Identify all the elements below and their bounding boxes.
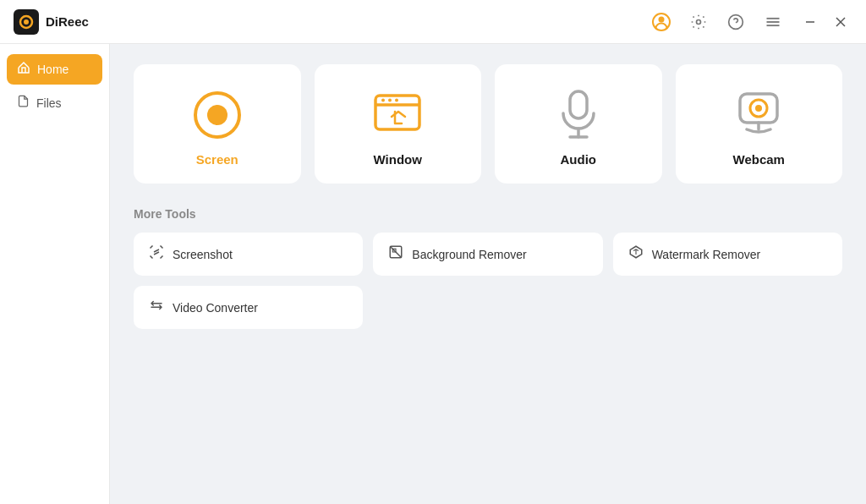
watermark-remover-icon bbox=[628, 244, 644, 264]
audio-card-label: Audio bbox=[561, 152, 597, 167]
screen-card-label: Screen bbox=[196, 152, 238, 167]
video-converter-tool-label: Video Converter bbox=[173, 301, 258, 315]
window-card-icon bbox=[370, 88, 425, 142]
main-layout: Home Files Screen bbox=[0, 44, 866, 504]
svg-line-27 bbox=[154, 252, 159, 255]
home-icon bbox=[17, 61, 30, 78]
sidebar-item-home[interactable]: Home bbox=[7, 54, 102, 85]
svg-point-17 bbox=[388, 99, 392, 102]
svg-rect-19 bbox=[570, 91, 587, 118]
app-branding: DiReec bbox=[14, 9, 89, 35]
menu-icon[interactable] bbox=[761, 10, 785, 34]
video-converter-icon bbox=[149, 298, 164, 317]
svg-line-26 bbox=[154, 249, 159, 252]
titlebar-controls bbox=[650, 10, 852, 34]
window-controls bbox=[798, 10, 852, 34]
background-remover-icon bbox=[388, 244, 403, 264]
more-tools-title: More Tools bbox=[134, 207, 842, 221]
svg-point-3 bbox=[659, 16, 665, 22]
svg-point-1 bbox=[24, 19, 29, 25]
svg-point-13 bbox=[207, 105, 227, 125]
screenshot-tool-label: Screenshot bbox=[173, 248, 233, 261]
webcam-card[interactable]: Webcam bbox=[676, 64, 843, 184]
app-title: DiReec bbox=[46, 14, 89, 29]
content-area: Screen Window bbox=[110, 44, 866, 504]
close-button[interactable] bbox=[829, 10, 852, 34]
window-card[interactable]: Window bbox=[315, 64, 482, 184]
sidebar-item-files-label: Files bbox=[36, 96, 62, 110]
background-remover-tool-label: Background Remover bbox=[412, 248, 526, 261]
screenshot-tool[interactable]: Screenshot bbox=[134, 233, 363, 276]
svg-point-16 bbox=[381, 99, 385, 102]
watermark-remover-tool[interactable]: Watermark Remover bbox=[613, 233, 842, 276]
title-bar: DiReec bbox=[0, 0, 866, 44]
watermark-remover-tool-label: Watermark Remover bbox=[652, 248, 761, 261]
svg-point-4 bbox=[697, 19, 701, 24]
profile-icon[interactable] bbox=[650, 10, 673, 34]
screen-card[interactable]: Screen bbox=[134, 64, 301, 184]
files-icon bbox=[17, 95, 30, 111]
sidebar: Home Files bbox=[0, 44, 110, 504]
tools-grid: Screenshot Background Remover bbox=[134, 233, 842, 329]
svg-point-24 bbox=[755, 105, 762, 112]
svg-point-18 bbox=[395, 99, 398, 102]
video-converter-tool[interactable]: Video Converter bbox=[134, 286, 363, 329]
more-tools-section: More Tools Screenshot bbox=[134, 207, 842, 329]
recording-cards: Screen Window bbox=[134, 64, 842, 184]
webcam-card-icon bbox=[732, 88, 786, 142]
webcam-card-label: Webcam bbox=[733, 152, 785, 167]
app-logo bbox=[14, 9, 39, 35]
screen-card-icon bbox=[190, 88, 244, 142]
sidebar-item-home-label: Home bbox=[37, 63, 69, 76]
minimize-button[interactable] bbox=[798, 10, 822, 34]
sidebar-item-files[interactable]: Files bbox=[7, 88, 102, 118]
background-remover-tool[interactable]: Background Remover bbox=[373, 233, 602, 276]
audio-card-icon bbox=[551, 88, 606, 142]
audio-card[interactable]: Audio bbox=[495, 64, 662, 184]
settings-icon[interactable] bbox=[687, 10, 710, 34]
screenshot-icon bbox=[149, 244, 164, 264]
window-card-label: Window bbox=[374, 152, 422, 167]
help-icon[interactable] bbox=[724, 10, 748, 34]
